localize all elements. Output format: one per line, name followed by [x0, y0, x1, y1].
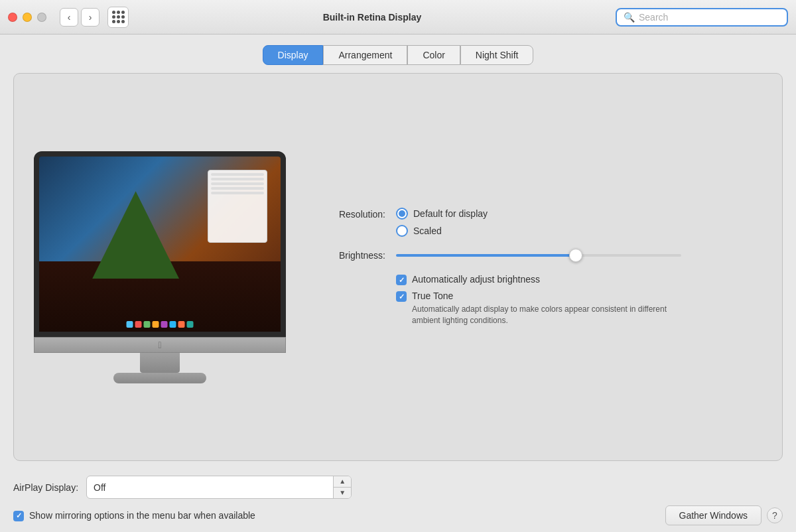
- stepper-up-button[interactable]: ▲: [334, 476, 351, 488]
- mirroring-label: Show mirroring options in the menu bar w…: [29, 510, 255, 521]
- apple-logo-icon: : [158, 340, 161, 350]
- true-tone-option[interactable]: ✓ True Tone Automatically adapt display …: [396, 291, 671, 326]
- airplay-select-container[interactable]: Off ▲ ▼: [86, 476, 352, 499]
- resolution-row: Resolution: Default for display Scaled: [312, 208, 762, 237]
- auto-brightness-row: ✓ Automatically adjust brightness ✓ True…: [312, 274, 762, 326]
- grid-button[interactable]: [107, 7, 129, 28]
- auto-brightness-checkbox[interactable]: ✓: [396, 275, 407, 285]
- resolution-scaled-option[interactable]: Scaled: [396, 225, 488, 237]
- tab-arrangement[interactable]: Arrangement: [323, 45, 407, 65]
- airplay-row: AirPlay Display: Off ▲ ▼: [13, 476, 783, 499]
- monitor-illustration: : [34, 151, 286, 383]
- tabs: Display Arrangement Color Night Shift: [13, 45, 783, 65]
- main-content: Display Arrangement Color Night Shift: [0, 34, 796, 469]
- window-title: Built-in Retina Display: [134, 12, 610, 23]
- forward-button[interactable]: ›: [81, 8, 100, 27]
- mirroring-checkbox[interactable]: ✓: [13, 511, 24, 521]
- true-tone-description: Automatically adapt display to make colo…: [412, 304, 671, 326]
- true-tone-label: True Tone: [412, 291, 671, 301]
- brightness-slider-thumb[interactable]: [569, 249, 582, 262]
- brightness-slider-track[interactable]: [396, 254, 681, 257]
- checkmark-icon: ✓: [399, 276, 405, 285]
- airplay-select[interactable]: Off: [87, 479, 333, 496]
- monitor-dock: [127, 321, 194, 328]
- search-input[interactable]: [639, 12, 780, 23]
- checkmark-icon: ✓: [16, 511, 22, 520]
- mirroring-left: ✓ Show mirroring options in the menu bar…: [13, 510, 255, 521]
- search-box[interactable]: 🔍: [616, 8, 788, 27]
- true-tone-text-group: True Tone Automatically adapt display to…: [412, 291, 671, 326]
- back-button[interactable]: ‹: [60, 8, 78, 27]
- auto-brightness-label: Automatically adjust brightness: [412, 274, 540, 285]
- minimize-button[interactable]: [23, 13, 32, 22]
- question-mark-icon: ?: [772, 510, 777, 521]
- brightness-label: Brightness:: [312, 250, 385, 261]
- grid-icon: [112, 11, 125, 23]
- close-button[interactable]: [8, 13, 17, 22]
- display-panel:  Resolution: Default for display: [13, 73, 783, 461]
- bottom-section: AirPlay Display: Off ▲ ▼ ✓ Show mirrorin…: [0, 469, 796, 532]
- resolution-default-option[interactable]: Default for display: [396, 208, 488, 220]
- titlebar: ‹ › Built-in Retina Display 🔍: [0, 0, 796, 34]
- gather-windows-button[interactable]: Gather Windows: [665, 505, 762, 525]
- resolution-label: Resolution:: [312, 208, 385, 220]
- resolution-controls: Default for display Scaled: [396, 208, 488, 237]
- monitor-base: [113, 373, 206, 383]
- mirroring-right: Gather Windows ?: [665, 505, 783, 525]
- monitor-screen: [39, 157, 281, 332]
- airplay-stepper: ▲ ▼: [333, 476, 351, 498]
- true-tone-checkbox[interactable]: ✓: [396, 291, 407, 302]
- brightness-slider-container[interactable]: [396, 249, 681, 262]
- resolution-scaled-label: Scaled: [413, 226, 442, 236]
- monitor-body: [34, 151, 286, 337]
- checkmark-icon: ✓: [399, 293, 405, 301]
- settings-panel: Resolution: Default for display Scaled: [312, 208, 762, 326]
- tab-night-shift[interactable]: Night Shift: [460, 45, 534, 65]
- tab-display[interactable]: Display: [263, 45, 324, 65]
- resolution-default-label: Default for display: [413, 208, 488, 219]
- brightness-row: Brightness:: [312, 249, 762, 262]
- help-button[interactable]: ?: [767, 507, 783, 523]
- nav-buttons: ‹ ›: [60, 8, 100, 27]
- stepper-down-button[interactable]: ▼: [334, 488, 351, 498]
- airplay-label: AirPlay Display:: [13, 482, 78, 493]
- radio-inner-icon: [399, 210, 405, 217]
- maximize-button[interactable]: [37, 13, 46, 22]
- resolution-scaled-radio[interactable]: [396, 225, 408, 237]
- resolution-default-radio[interactable]: [396, 208, 408, 220]
- tab-color[interactable]: Color: [407, 45, 460, 65]
- traffic-lights: [8, 13, 46, 22]
- search-icon: 🔍: [624, 12, 635, 23]
- monitor-chin: : [34, 337, 286, 353]
- window-overlay: [208, 170, 267, 243]
- mirroring-row: ✓ Show mirroring options in the menu bar…: [13, 505, 783, 525]
- monitor-stand: [140, 353, 180, 373]
- auto-brightness-option[interactable]: ✓ Automatically adjust brightness: [396, 274, 671, 285]
